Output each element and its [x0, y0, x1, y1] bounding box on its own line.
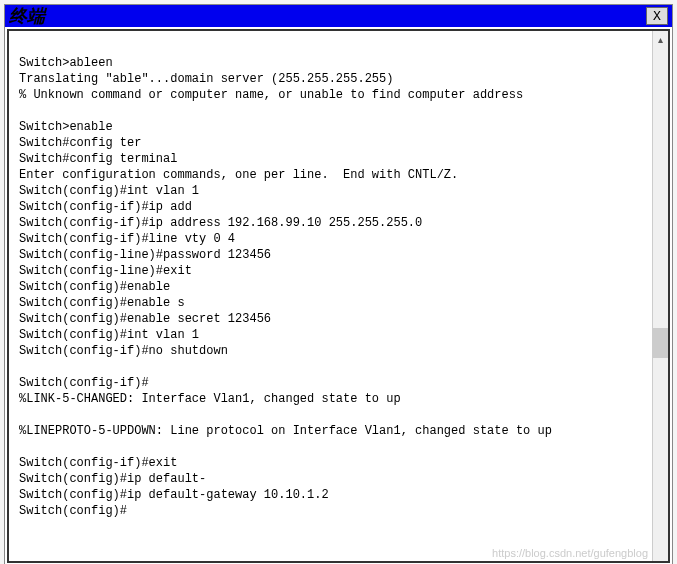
close-button[interactable]: X: [646, 7, 668, 25]
scrollbar[interactable]: ▴: [652, 31, 668, 561]
scroll-thumb[interactable]: [653, 328, 668, 358]
terminal-window: 终端 X Switch>ableen Translating "able"...…: [4, 4, 673, 564]
scroll-up-icon[interactable]: ▴: [653, 31, 668, 47]
terminal-body: Switch>ableen Translating "able"...domai…: [7, 29, 670, 563]
terminal-output[interactable]: Switch>ableen Translating "able"...domai…: [9, 31, 652, 561]
window-title: 终端: [9, 4, 45, 28]
titlebar: 终端 X: [5, 5, 672, 27]
